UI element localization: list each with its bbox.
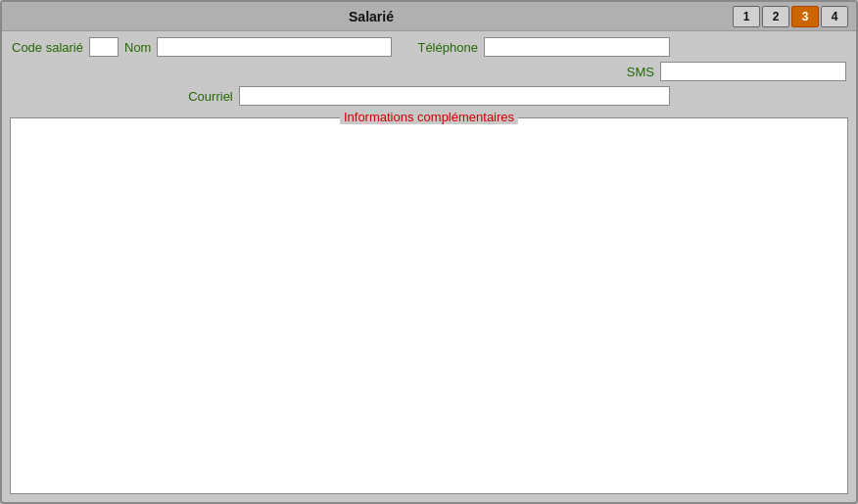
code-salarie-label: Code salarié xyxy=(12,40,83,55)
main-window: Salarié 1 2 3 4 Code salarié Nom Télépho… xyxy=(0,0,858,504)
telephone-input[interactable] xyxy=(484,37,670,57)
title-bar: Salarié 1 2 3 4 xyxy=(2,2,856,31)
nom-input[interactable] xyxy=(157,37,392,57)
info-fieldset: Informations complémentaires xyxy=(10,117,848,494)
window-title: Salarié xyxy=(349,9,394,24)
form-area: Code salarié Nom Téléphone SMS Courriel xyxy=(2,31,856,112)
sms-label: SMS xyxy=(627,65,654,79)
form-row-1: Code salarié Nom Téléphone xyxy=(12,37,846,57)
info-complementaires-legend: Informations complémentaires xyxy=(340,110,518,124)
tab-4[interactable]: 4 xyxy=(821,6,848,27)
telephone-label: Téléphone xyxy=(417,40,477,55)
nom-label: Nom xyxy=(124,40,151,55)
tab-3[interactable]: 3 xyxy=(791,6,819,27)
main-content: Informations complémentaires xyxy=(2,112,856,502)
form-row-2: SMS xyxy=(12,62,846,81)
code-salarie-input[interactable] xyxy=(89,37,119,57)
courriel-input[interactable] xyxy=(239,86,670,106)
sms-input[interactable] xyxy=(660,62,846,81)
form-row-3: Courriel xyxy=(12,86,846,106)
tab-2[interactable]: 2 xyxy=(762,6,789,27)
courriel-label: Courriel xyxy=(188,89,233,104)
tab-buttons: 1 2 3 4 xyxy=(733,6,848,27)
tab-1[interactable]: 1 xyxy=(733,6,760,27)
